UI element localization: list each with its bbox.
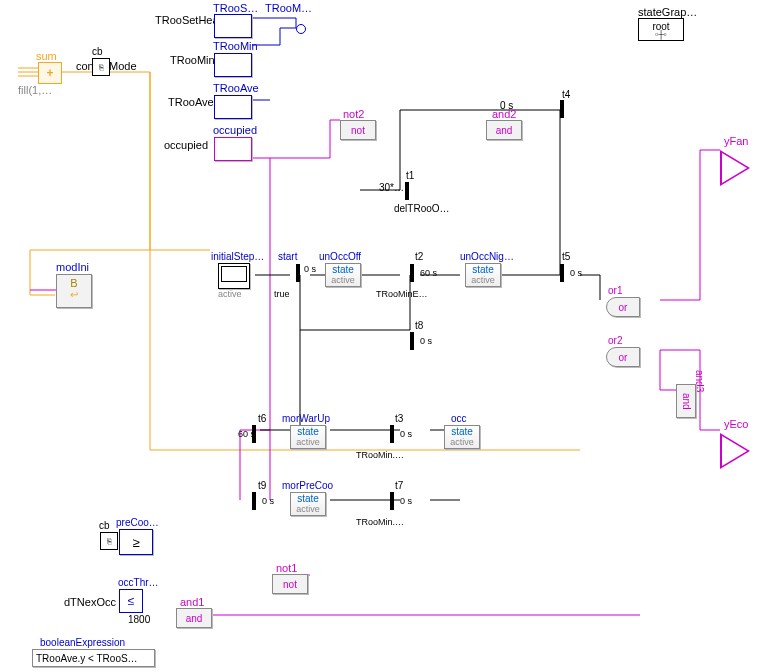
morprecoo-block[interactable]: state active [290,492,326,516]
t4-transition[interactable] [560,100,564,118]
troosethea-label: TRooSetHea [155,14,219,26]
modini-block[interactable]: B ↩ [56,274,92,308]
not1-title: not1 [276,562,297,574]
t1-title: t1 [406,170,414,181]
t4-delay: 0 s [500,100,513,111]
morwarup-block[interactable]: state active [290,425,326,449]
t9-transition[interactable] [252,492,256,510]
t6-title: t6 [258,413,266,424]
unoccoff-active: active [326,275,360,285]
dtnexocc-label: dTNexOcc [64,596,116,608]
t3-transition[interactable] [390,425,394,443]
occupied-title: occupied [213,124,257,136]
yeco-port[interactable] [720,433,750,469]
troomine-label: TRooMinE… [376,289,428,299]
or2-block[interactable]: or [606,347,640,367]
t7-delay: 0 s [400,496,412,506]
start-true: true [274,289,290,299]
t2-delay: 60 s [420,268,437,278]
morprecoo-active: active [291,504,325,514]
occupied-block[interactable] [214,137,252,161]
troom-title: TRooM… [265,2,312,14]
troos-block[interactable] [214,14,252,38]
t800-label: 1800 [128,614,150,625]
t4-title: t4 [562,89,570,100]
stategraph-root[interactable]: root ▫┼▫ [638,18,684,41]
fill-label: fill(1,… [18,84,52,96]
t2-title: t2 [415,251,423,262]
t7-title: t7 [395,480,403,491]
trooave-label: TRooAve [168,96,214,108]
not2-block[interactable]: not [340,120,376,140]
and2-block[interactable]: and [486,120,522,140]
unoccoff-block[interactable]: state active [325,263,361,287]
troomin-block[interactable] [214,53,252,77]
cb-block-1[interactable]: ⎘ [92,58,110,76]
thirty-star: 30*… [379,182,404,193]
unoccnig-body: state [466,264,500,275]
troomin1-label: TRooMin.… [356,450,404,460]
precoo-block[interactable]: ≥ [119,529,153,555]
le-block[interactable]: ≤ [119,589,143,613]
not1-block[interactable]: not [272,574,308,594]
t8-transition[interactable] [410,332,414,350]
sum-block[interactable]: + [38,62,62,84]
start-title: start [278,251,297,262]
trooave-block[interactable] [214,95,252,119]
not2-title: not2 [343,108,364,120]
occthr-title: occThr… [118,577,159,588]
unoccoff-body: state [326,264,360,275]
t9-delay: 0 s [262,496,274,506]
occ-title: occ [451,413,467,424]
unoccnig-block[interactable]: state active [465,263,501,287]
t9-title: t9 [258,480,266,491]
unoccoff-title: unOccOff [319,251,361,262]
yfan-label: yFan [724,135,748,147]
cb-block-2[interactable]: ⎘ [100,532,118,550]
unoccnig-title: unOccNig… [460,251,514,262]
morwarup-title: morWarUp [282,413,330,424]
initialstep-block[interactable] [218,263,250,289]
t5-delay: 0 s [570,268,582,278]
troomin-title: TRooMin [213,40,258,52]
or1-block[interactable]: or [606,297,640,317]
t6-delay: 60 s [238,429,255,439]
morwarup-body: state [291,426,325,437]
morprecoo-body: state [291,493,325,504]
and1-title: and1 [180,596,204,608]
troos-title: TRooS… [213,2,258,14]
t5-transition[interactable] [560,264,564,282]
unoccnig-active: active [466,275,500,285]
and1-block[interactable]: and [176,608,212,628]
sum-title: sum [36,50,57,62]
cb-title-1: cb [92,46,103,57]
cb-title-2: cb [99,520,110,531]
stategraph-title: stateGrap… [638,6,697,18]
t7-transition[interactable] [390,492,394,510]
and3-block[interactable]: and [676,384,696,418]
modini-title: modIni [56,261,89,273]
yeco-label: yEco [724,418,748,430]
t5-title: t5 [562,251,570,262]
t8-title: t8 [415,320,423,331]
occ-body: state [445,426,479,437]
initialstep-title: initialStep… [211,251,264,262]
morwarup-active: active [291,437,325,447]
summing-junction [296,24,306,34]
occupied-label: occupied [164,139,208,151]
t3-delay: 0 s [400,429,412,439]
occ-block[interactable]: state active [444,425,480,449]
troomin-label: TRooMin [170,54,215,66]
yfan-port[interactable] [720,150,750,186]
start-0s: 0 s [304,264,316,274]
initialstep-active: active [218,289,242,299]
boolexpr-block[interactable]: TRooAve.y < TRooS… [32,649,155,667]
precoo-title: preCoo… [116,517,159,528]
boolexpr-title: booleanExpression [40,637,125,648]
t2-transition[interactable] [410,264,414,282]
start-transition[interactable] [296,264,300,282]
occ-active: active [445,437,479,447]
t1-transition[interactable] [405,182,409,200]
deltroo-label: delTRooO… [394,203,450,214]
or2-title: or2 [608,335,622,346]
